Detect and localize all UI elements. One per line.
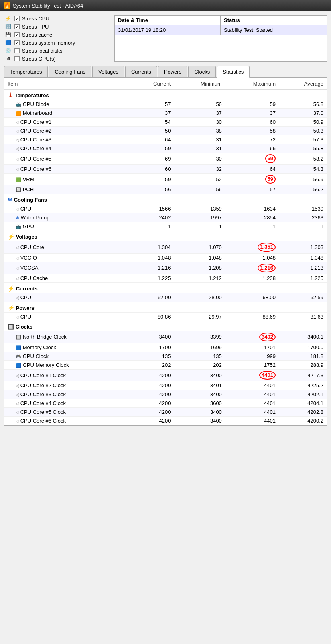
average-cell: 81.63 [279,312,327,321]
minimum-cell: 1.048 [174,253,225,262]
volt-section-icon: ⚡ [8,233,14,240]
minimum-cell: 31 [174,135,225,144]
table-row: 🔲 PCH 56 56 57 56.2 [4,185,327,194]
item-cell: ◁ CPU Core #2 [4,127,130,135]
item-cell: ◁ CPU [4,312,130,321]
table-row: ◁ CPU Core #2 50 38 58 50.3 [4,127,327,135]
average-cell: 1.303 [279,241,327,253]
current-cell: 2402 [130,213,174,222]
table-row: ◁ CPU Core #1 Clock 4200 3400 4401 4217.… [4,369,327,381]
current-cell: 4200 [130,399,174,408]
tab-temperatures[interactable]: Temperatures [4,66,48,77]
average-cell: 4225.2 [279,381,327,390]
section-header-currents: ⚡ Currents [4,282,327,293]
minimum-cell: 3399 [174,331,225,343]
table-row: ◁ CPU Core #4 Clock 4200 3600 4401 4204.… [4,399,327,408]
average-cell: 1.048 [279,253,327,262]
current-cell: 202 [130,360,174,369]
table-row: ◁ CPU Core #3 64 31 72 57.3 [4,135,327,144]
tab-cooling-fans[interactable]: Cooling Fans [49,66,91,77]
current-cell: 1.048 [130,253,174,262]
current-cell: 37 [130,109,174,118]
max-cell: 59 [225,174,279,185]
max-cell: 4401 [225,399,279,408]
average-cell: 4217.3 [279,369,327,381]
current-cell: 1.225 [130,274,174,282]
table-row: ◁ VCCIO 1.048 1.048 1.048 1.048 [4,253,327,262]
current-cell: 3400 [130,331,174,343]
average-cell: 1 [279,222,327,231]
current-cell: 57 [130,100,174,109]
max-cell: 60 [225,118,279,127]
minimum-cell: 52 [174,174,225,185]
tab-currents[interactable]: Currents [125,66,157,77]
table-row: ◁ CPU Core #3 Clock 4200 3400 4401 4202.… [4,390,327,399]
average-cell: 56.9 [279,174,327,185]
max-cell: 3402 [225,331,279,343]
section-header-powers: ⚡ Powers [4,302,327,312]
section-header-clocks: 🔲 Clocks [4,321,327,331]
current-cell: 135 [130,352,174,360]
main-content: ⚡ Stress CPU 🔢 Stress FPU 💾 Stress cache… [0,11,331,430]
average-cell: 56.8 [279,100,327,109]
section-header-temperatures: 🌡 Temperatures [4,90,327,100]
disk-stress-icon: 💿 [4,47,12,54]
max-cell: 1 [225,222,279,231]
max-cell: 4401 [225,369,279,381]
volt-section-icon: ⚡ [8,285,14,292]
item-cell: ◁ CPU Core #1 [4,118,130,127]
average-cell: 1700.0 [279,343,327,352]
current-cell: 62.00 [130,293,174,302]
stress-memory-checkbox[interactable] [14,40,20,45]
table-row: 🎮 GPU Clock 135 135 999 181.8 [4,352,327,360]
item-cell: ◁ CPU Core #6 [4,165,130,174]
minimum-cell: 1.208 [174,262,225,274]
current-cell: 56 [130,185,174,194]
max-cell: 4401 [225,390,279,399]
table-row: ❄ Water Pump 2402 1997 2854 2363 [4,213,327,222]
table-row: ◁ VCCSA 1.216 1.208 1.216 1.213 [4,262,327,274]
fpu-stress-icon: 🔢 [4,23,12,30]
stress-cache-checkbox[interactable] [14,32,20,37]
app-icon: 🔥 [4,2,10,9]
stress-gpu-checkbox[interactable] [14,56,20,61]
current-cell: 4200 [130,417,174,425]
max-cell: 37 [225,109,279,118]
datetime-panel: Date & Time Status 31/01/2017 19:18:20 S… [114,15,327,62]
stress-options-panel: ⚡ Stress CPU 🔢 Stress FPU 💾 Stress cache… [4,15,108,62]
average-cell: 181.8 [279,352,327,360]
temperature-section-icon: 🌡 [8,92,13,98]
stress-gpu-label: Stress GPU(s) [22,56,56,62]
current-cell: 1.304 [130,241,174,253]
tab-statistics[interactable]: Statistics [217,66,250,78]
item-cell: 🟦 Memory Clock [4,343,130,352]
volt-section-icon: ⚡ [8,305,14,311]
tab-clocks[interactable]: Clocks [188,66,216,77]
item-cell: ◁ CPU [4,204,130,213]
max-cell: 64 [225,165,279,174]
item-cell: ◁ CPU Core #3 Clock [4,390,130,399]
col-item: Item [4,78,130,90]
max-cell: 68.00 [225,293,279,302]
current-cell: 1.216 [130,262,174,274]
section-label-currents: ⚡ Currents [4,282,327,293]
average-cell: 4202.8 [279,408,327,417]
status-col-header: Status [221,16,327,25]
average-cell: 58.2 [279,153,327,165]
tab-powers[interactable]: Powers [158,66,187,77]
item-cell: ◁ CPU Core #5 [4,153,130,165]
minimum-cell: 31 [174,144,225,153]
average-cell: 1539 [279,204,327,213]
table-row: ◁ CPU 1566 1359 1634 1539 [4,204,327,213]
average-cell: 57.3 [279,135,327,144]
table-row: ◁ CPU 80.86 29.97 88.69 81.63 [4,312,327,321]
fan-section-icon: ❄ [8,196,12,203]
max-cell: 1.351 [225,241,279,253]
section-label-temperatures: 🌡 Temperatures [4,90,327,100]
item-cell: 🎮 GPU Clock [4,352,130,360]
stress-disks-checkbox[interactable] [14,48,20,53]
minimum-cell: 202 [174,360,225,369]
tab-voltages[interactable]: Voltages [92,66,124,77]
stress-cpu-checkbox[interactable] [14,16,20,21]
stress-fpu-checkbox[interactable] [14,24,20,29]
